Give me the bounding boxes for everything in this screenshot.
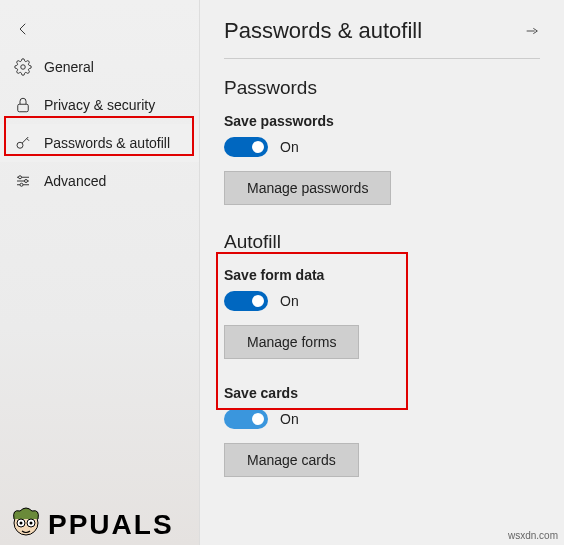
sidebar-item-label: General [44,59,94,75]
toggle-save-cards[interactable] [224,409,268,429]
toggle-save-form-data[interactable] [224,291,268,311]
toggle-state: On [280,139,299,155]
toggle-save-passwords[interactable] [224,137,268,157]
section-cards: Save cards On Manage cards [224,385,540,477]
content-pane: Passwords & autofill Passwords Save pass… [200,0,564,545]
sidebar-item-close[interactable] [0,10,199,48]
svg-point-7 [25,180,28,183]
toggle-state: On [280,293,299,309]
toggle-row-save-passwords: On [224,137,540,157]
label-save-passwords: Save passwords [224,113,540,129]
svg-point-0 [21,65,26,70]
settings-window: General Privacy & security Passwords & a… [0,0,564,545]
manage-passwords-button[interactable]: Manage passwords [224,171,391,205]
section-passwords: Passwords Save passwords On Manage passw… [224,77,540,227]
lock-icon [14,96,32,114]
pin-icon[interactable] [524,23,540,39]
sidebar-item-label: Advanced [44,173,106,189]
section-title-passwords: Passwords [224,77,540,99]
label-save-cards: Save cards [224,385,540,401]
sidebar-item-advanced[interactable]: Advanced [0,162,199,200]
sidebar-item-label: Passwords & autofill [44,135,170,151]
label-save-form-data: Save form data [224,267,540,283]
sidebar-item-passwords[interactable]: Passwords & autofill [0,124,199,162]
section-title-autofill: Autofill [224,231,540,253]
manage-forms-button[interactable]: Manage forms [224,325,359,359]
page-header: Passwords & autofill [224,18,540,59]
sidebar-item-privacy[interactable]: Privacy & security [0,86,199,124]
svg-point-8 [20,183,23,186]
toggle-row-save-cards: On [224,409,540,429]
svg-point-6 [19,176,22,179]
svg-rect-1 [18,104,29,112]
svg-point-2 [17,142,23,148]
sliders-icon [14,172,32,190]
toggle-row-save-form-data: On [224,291,540,311]
gear-icon [14,58,32,76]
page-title: Passwords & autofill [224,18,422,44]
sidebar-item-general[interactable]: General [0,48,199,86]
sidebar: General Privacy & security Passwords & a… [0,0,200,545]
key-icon [14,134,32,152]
sidebar-item-label: Privacy & security [44,97,155,113]
toggle-state: On [280,411,299,427]
section-autofill: Autofill Save form data On Manage forms [224,231,540,381]
manage-cards-button[interactable]: Manage cards [224,443,359,477]
chevron-left-icon [14,20,32,38]
